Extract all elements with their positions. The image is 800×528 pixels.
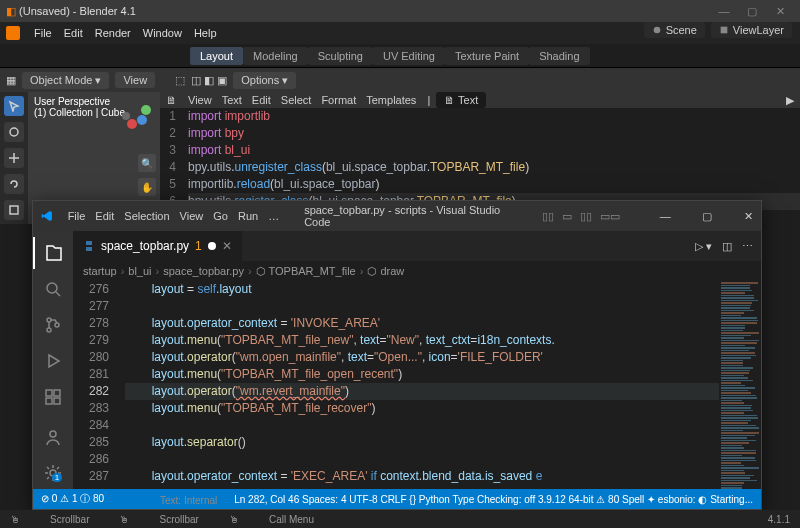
code-line[interactable]: importlib.reload(bl_ui.space_topbar) (188, 176, 800, 193)
vs-menu-go[interactable]: Go (208, 210, 233, 222)
status-item[interactable]: UTF-8 (349, 494, 377, 505)
code-line[interactable]: import bl_ui (188, 142, 800, 159)
breadcrumb-item[interactable]: ⬡ draw (367, 265, 404, 278)
breadcrumb-item[interactable]: startup (83, 265, 117, 277)
code-line[interactable]: import importlib (188, 108, 800, 125)
code-line[interactable]: layout.operator_context = 'EXEC_AREA' if… (125, 468, 719, 485)
options-dropdown[interactable]: Options ▾ (233, 72, 296, 89)
status-item[interactable]: ⓘ 80 (80, 493, 104, 504)
code-line[interactable]: layout.operator("wm.open_mainfile", text… (125, 349, 719, 366)
te-menu-view[interactable]: View (183, 92, 217, 108)
menu-help[interactable]: Help (188, 25, 223, 41)
vs-menu-file[interactable]: File (63, 210, 91, 222)
minimap[interactable] (719, 281, 761, 489)
scene-selector[interactable]: Scene (644, 22, 705, 38)
cursor-tool[interactable] (4, 122, 24, 142)
menu-edit[interactable]: Edit (58, 25, 89, 41)
close-tab-icon[interactable]: ✕ (222, 239, 232, 253)
workspace-tab-modeling[interactable]: Modeling (243, 47, 308, 65)
te-menu-text[interactable]: Text (217, 92, 247, 108)
explorer-icon[interactable] (33, 237, 73, 269)
status-item[interactable]: 3.9.12 64-bit (538, 494, 594, 505)
zoom-icon[interactable]: 🔍 (138, 154, 156, 172)
code-line[interactable] (125, 451, 719, 468)
code-line[interactable]: layout.menu("TOPBAR_MT_file_open_recent"… (125, 366, 719, 383)
run-icon[interactable]: ▷ ▾ (695, 240, 712, 253)
te-menu-templates[interactable]: Templates (361, 92, 421, 108)
code-line[interactable]: layout.menu("TOPBAR_MT_file_recover") (125, 400, 719, 417)
workspace-tab-sculpting[interactable]: Sculpting (308, 47, 373, 65)
rotate-tool[interactable] (4, 174, 24, 194)
select-tool[interactable] (4, 96, 24, 116)
editor-type-icon[interactable]: 🗎 (166, 94, 177, 106)
vs-menu-view[interactable]: View (175, 210, 209, 222)
workspace-tab-uv editing[interactable]: UV Editing (373, 47, 445, 65)
viewlayer-selector[interactable]: ViewLayer (711, 22, 792, 38)
code-line[interactable]: layout.operator_context = 'INVOKE_AREA' (125, 315, 719, 332)
breadcrumb-item[interactable]: ⬡ TOPBAR_MT_file (256, 265, 356, 278)
code-line[interactable]: layout.menu("TOPBAR_MT_file_new", text="… (125, 332, 719, 349)
settings-icon[interactable]: 1 (33, 457, 73, 489)
menu-render[interactable]: Render (89, 25, 137, 41)
status-item[interactable]: CRLF (380, 494, 406, 505)
code-line[interactable] (125, 417, 719, 434)
te-menu-select[interactable]: Select (276, 92, 317, 108)
move-tool[interactable] (4, 148, 24, 168)
workspace-tab-layout[interactable]: Layout (190, 47, 243, 65)
editor-type-icon[interactable]: ▦ (6, 74, 16, 87)
orientation-gizmo[interactable] (118, 102, 154, 138)
layout-icon[interactable]: ▭ (562, 210, 572, 223)
vs-menu-edit[interactable]: Edit (90, 210, 119, 222)
debug-icon[interactable] (33, 345, 73, 377)
run-script-icon[interactable]: ▶ (786, 94, 794, 107)
extensions-icon[interactable] (33, 381, 73, 413)
maximize-button[interactable]: ▢ (738, 5, 766, 18)
te-menu-format[interactable]: Format (316, 92, 361, 108)
breadcrumb-item[interactable]: bl_ui (128, 265, 151, 277)
pan-icon[interactable]: ✋ (138, 178, 156, 196)
breadcrumb-item[interactable]: space_topbar.py (163, 265, 244, 277)
scale-tool[interactable] (4, 200, 24, 220)
code-line[interactable] (125, 298, 719, 315)
status-item[interactable]: ⊘ 0 (41, 493, 57, 504)
code-line[interactable]: layout = self.layout (125, 281, 719, 298)
source-control-icon[interactable] (33, 309, 73, 341)
close-button[interactable]: ✕ (766, 5, 794, 18)
account-icon[interactable] (33, 421, 73, 453)
workspace-tab-shading[interactable]: Shading (529, 47, 589, 65)
more-icon[interactable]: ⋯ (742, 240, 753, 253)
breadcrumb[interactable]: startup ›bl_ui ›space_topbar.py ›⬡ TOPBA… (73, 261, 761, 281)
menu-window[interactable]: Window (137, 25, 188, 41)
vscode-titlebar[interactable]: FileEditSelectionViewGoRun… space_topbar… (33, 201, 761, 231)
code-line[interactable]: import bpy (188, 125, 800, 142)
maximize-button[interactable]: ▢ (702, 210, 712, 223)
code-line[interactable]: bpy.utils.unregister_class(bl_ui.space_t… (188, 159, 800, 176)
code-line[interactable]: layout.operator("wm.revert_mainfile") (125, 383, 719, 400)
status-item[interactable]: Spaces: 4 (302, 494, 346, 505)
select-box-icon[interactable]: ⬚ (175, 74, 185, 87)
vs-menu-selection[interactable]: Selection (119, 210, 174, 222)
text-datablock[interactable]: 🗎 Text (436, 92, 486, 108)
status-item[interactable]: ⚠ 80 Spell (596, 494, 644, 505)
te-menu-edit[interactable]: Edit (247, 92, 276, 108)
code-line[interactable]: layout.separator() (125, 434, 719, 451)
status-item[interactable]: ⚠ 1 (60, 493, 77, 504)
layout-icon[interactable]: ▯▯ (580, 210, 592, 223)
split-editor-icon[interactable]: ◫ (722, 240, 732, 253)
status-item[interactable]: {} Python (409, 494, 450, 505)
status-item[interactable]: Type Checking: off (453, 494, 536, 505)
code-editor[interactable]: 276277278279280281282283284285286287 lay… (73, 281, 761, 489)
workspace-tab-texture paint[interactable]: Texture Paint (445, 47, 529, 65)
minimize-button[interactable]: — (710, 5, 738, 17)
mode-dropdown[interactable]: Object Mode ▾ (22, 72, 109, 89)
minimize-button[interactable]: — (660, 210, 671, 222)
menu-file[interactable]: File (28, 25, 58, 41)
search-icon[interactable] (33, 273, 73, 305)
layout-icon[interactable]: ▯▯ (542, 210, 554, 223)
layout-icon[interactable]: ▭▭ (600, 210, 620, 223)
vs-menu-run[interactable]: Run (233, 210, 263, 222)
status-item[interactable]: Ln 282, Col 46 (234, 494, 299, 505)
close-button[interactable]: ✕ (744, 210, 753, 223)
vs-menu-…[interactable]: … (263, 210, 284, 222)
select-modes-icon[interactable]: ◫ ◧ ▣ (191, 74, 227, 87)
